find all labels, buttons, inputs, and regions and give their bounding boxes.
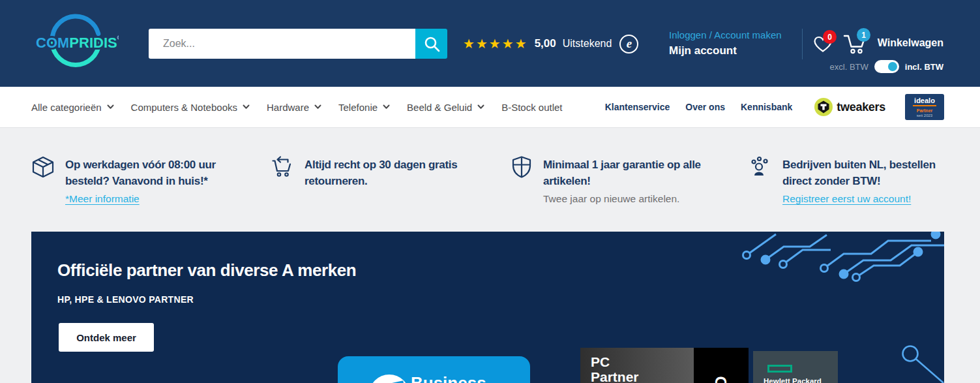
- search-input[interactable]: [149, 29, 415, 59]
- star-rating-icons: ★★★★★: [463, 37, 528, 50]
- nav-item-computers-notebooks[interactable]: Computers & Notebooks: [131, 102, 250, 113]
- chevron-down-icon: [107, 104, 114, 110]
- warranty-note: Twee jaar op nieuwe artikelen.: [543, 193, 701, 205]
- search-bar: [149, 29, 447, 59]
- search-button[interactable]: [415, 29, 447, 59]
- business-users-icon: [750, 155, 772, 177]
- hpe-logo-icon: [767, 365, 792, 373]
- category-menu: Alle categorieën Computers & Notebooks H…: [31, 87, 563, 127]
- usp-returns: Altijd recht op 30 dagen gratis retourne…: [271, 155, 457, 189]
- wishlist-count-badge: 0: [823, 30, 837, 44]
- page: COMPRIDIS® ★★★★★ 5,00 Uitstekend e Inlog…: [0, 0, 980, 383]
- compridis-logo[interactable]: COMPRIDIS®: [33, 13, 119, 73]
- chevron-down-icon: [477, 104, 484, 110]
- hero-title: Officiële partner van diverse A merken: [57, 260, 356, 281]
- hero-banner: Officiële partner van diverse A merken H…: [31, 232, 944, 383]
- shield-icon: [511, 155, 533, 179]
- magnifier-circuit-icon: [863, 341, 944, 383]
- hp-card-label: Business: [411, 373, 486, 383]
- nav-item-bstock-outlet[interactable]: B-Stock outlet: [501, 102, 562, 113]
- vat-incl-label: incl. BTW: [905, 62, 943, 72]
- chevron-down-icon: [243, 104, 250, 110]
- nav-link-kennisbank[interactable]: Kennisbank: [741, 102, 792, 112]
- header: COMPRIDIS® ★★★★★ 5,00 Uitstekend e Inlog…: [0, 0, 980, 87]
- hp-partner-card: Business: [338, 356, 530, 383]
- hpe-partner-card: Hewlett Packard: [753, 351, 838, 383]
- usp-delivery: Op werkdagen vóór 08:00 uur besteld? Van…: [31, 155, 216, 205]
- trustmark-icon: e: [619, 35, 638, 54]
- circuit-decoration-icon: [696, 232, 944, 310]
- header-divider: [802, 29, 803, 59]
- rating-score: 5,00: [535, 37, 556, 50]
- lenovo-logo-strip: LENOVO: [694, 348, 749, 383]
- nav-item-telefonie[interactable]: Telefonie: [338, 102, 390, 113]
- usp-business: Bedrijven buiten NL, bestellen direct zo…: [750, 155, 936, 205]
- nav-item-alle-categorieen[interactable]: Alle categorieën: [31, 102, 114, 113]
- login-link[interactable]: Inloggen / Account maken: [669, 29, 782, 40]
- cart-label[interactable]: Winkelwagen: [878, 37, 943, 49]
- vat-excl-label: excl. BTW: [830, 62, 869, 72]
- secondary-navigation: Klantenservice Over ons Kennisbank tweak…: [605, 87, 944, 127]
- my-account-link[interactable]: Mijn account: [669, 44, 782, 57]
- hp-logo-icon: [369, 375, 409, 383]
- chevron-down-icon: [383, 104, 390, 110]
- tweakers-icon: [814, 98, 833, 116]
- compridis-logo-icon: COMPRIDIS®: [33, 13, 119, 73]
- idealo-partner-text: Partner: [917, 108, 933, 113]
- tweakers-label: tweakers: [837, 100, 885, 114]
- nav-link-klantenservice[interactable]: Klantenservice: [605, 102, 670, 112]
- chevron-down-icon: [314, 104, 321, 110]
- nav-item-hardware[interactable]: Hardware: [267, 102, 321, 113]
- rating-label: Uitstekend: [563, 38, 612, 50]
- nav-link-over-ons[interactable]: Over ons: [685, 102, 725, 112]
- lenovo-wordmark: LENOVO: [713, 348, 729, 383]
- svg-text:COMPRIDIS®: COMPRIDIS®: [36, 35, 119, 51]
- idealo-label: idealo: [913, 97, 936, 107]
- vat-toggle-knob: [888, 62, 897, 71]
- vat-toggle[interactable]: [874, 60, 899, 73]
- tweakers-badge[interactable]: tweakers: [814, 98, 885, 116]
- cart-button[interactable]: 1: [842, 33, 867, 57]
- search-icon: [423, 35, 440, 52]
- discover-more-button[interactable]: Ontdek meer: [59, 323, 154, 352]
- vat-toggle-row: excl. BTW incl. BTW: [830, 60, 943, 73]
- hero-subtitle: HP, HPE & LENOVO PARTNER: [57, 294, 194, 305]
- more-info-link[interactable]: *Meer informatie: [65, 193, 140, 205]
- return-cart-icon: [271, 155, 294, 179]
- package-icon: [31, 155, 55, 179]
- usp-warranty: Minimaal 1 jaar garantie op alle artikel…: [511, 155, 701, 205]
- idealo-partner-badge[interactable]: idealo Partner seit 2023: [905, 94, 944, 120]
- idealo-year-text: seit 2023: [917, 114, 932, 117]
- wishlist-button[interactable]: 0: [813, 35, 833, 55]
- account-block: Inloggen / Account maken Mijn account: [669, 29, 782, 57]
- lenovo-partner-card: PCPartner LENOVO: [580, 348, 749, 383]
- lenovo-card-label: PCPartner: [591, 354, 639, 383]
- hpe-card-label: Hewlett Packard: [764, 377, 822, 383]
- shop-rating[interactable]: ★★★★★ 5,00 Uitstekend e: [463, 34, 638, 54]
- main-navigation: Alle categorieën Computers & Notebooks H…: [0, 87, 980, 128]
- register-account-link[interactable]: Registreer eerst uw account!: [782, 193, 911, 205]
- cart-count-badge: 1: [857, 28, 870, 42]
- nav-item-beeld-geluid[interactable]: Beeld & Geluid: [407, 102, 484, 113]
